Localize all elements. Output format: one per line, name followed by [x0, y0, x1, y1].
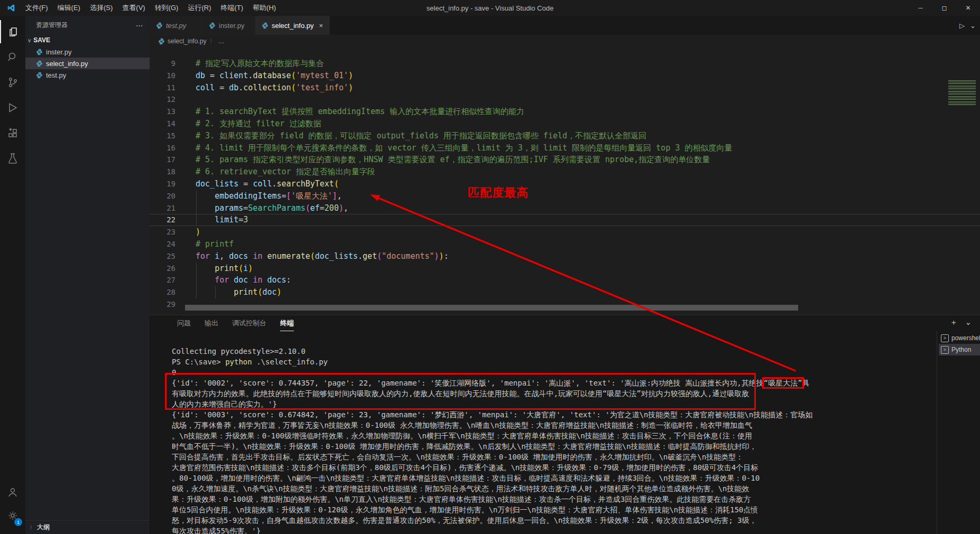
highlighted-term: “吸星大法”	[764, 379, 802, 387]
token: ,	[344, 203, 348, 213]
file-item-select_info-py[interactable]: select_info.py	[25, 58, 150, 69]
tab-label: inster.py	[219, 22, 244, 30]
token: doc_lists	[315, 251, 358, 261]
terminal-instance-Python[interactable]: >Python	[939, 344, 980, 355]
code-line: 16# 4. limit 用于限制每个单元搜索条件的条数，如 vector 传入…	[150, 142, 980, 154]
file-item-inster-py[interactable]: inster.py	[25, 46, 150, 58]
folder-section-save[interactable]: ∨ SAVE	[25, 34, 150, 46]
file-name: inster.py	[46, 48, 71, 56]
indent-guide	[215, 286, 216, 298]
editor-region: test.pyinster.pyselect_info.py× ▷ ⌄ sele…	[150, 16, 980, 315]
token: in	[253, 275, 262, 285]
token: for	[215, 275, 229, 285]
token: db	[196, 71, 205, 80]
menu-item[interactable]: 选择(S)	[85, 4, 117, 12]
source-control-icon[interactable]	[0, 71, 25, 94]
token: (	[310, 251, 315, 261]
code-text: db = client.database('mytest_01')	[188, 70, 353, 82]
menu-item[interactable]: 终端(T)	[216, 4, 248, 12]
terminal-dropdown-chevron-icon[interactable]: ⌄	[965, 317, 972, 327]
outline-section[interactable]: 〉 大纲	[25, 520, 150, 534]
tab-label: test.py	[166, 22, 186, 30]
tab-close-icon[interactable]: ×	[319, 22, 323, 30]
code-text	[188, 93, 196, 106]
token: 大唐官府范围伤害技能\n技能描述：攻击多个目标(前期3个，80级后可攻击4个目标…	[172, 463, 758, 472]
minimize-icon[interactable]: ─	[909, 0, 932, 16]
accounts-icon[interactable]	[0, 481, 25, 504]
run-python-file-icon[interactable]: ▷	[959, 22, 965, 30]
settings-badge: 1	[14, 518, 22, 526]
menu-item[interactable]: 查看(V)	[117, 4, 150, 12]
panel-tab-调试控制台[interactable]: 调试控制台	[232, 318, 266, 331]
breadcrumb-file: select_info.py	[168, 38, 206, 45]
code-editor[interactable]: 9# 指定写入原始文本的数据库与集合10db = client.database…	[150, 48, 980, 315]
terminal-line: 单位5回合内使用。\n技能效果：升级效果：0-120级，永久增加角色的气血，增加…	[172, 504, 933, 515]
run-dropdown-chevron-icon[interactable]: ⌄	[970, 22, 976, 30]
menu-item[interactable]: 转到(G)	[150, 4, 183, 12]
token: limit	[215, 215, 238, 224]
line-number: 24	[150, 238, 188, 250]
editor-tab-test-py[interactable]: test.py	[150, 16, 202, 35]
token: ,	[219, 251, 229, 261]
more-actions-icon[interactable]: ⋯	[136, 21, 143, 30]
python-icon	[156, 22, 163, 29]
close-icon[interactable]: ✕	[956, 0, 980, 16]
editor-tab-select_info-py[interactable]: select_info.py×	[255, 16, 330, 35]
menu-item[interactable]: 编辑(E)	[53, 4, 85, 12]
token: # 2. 支持通过 filter 过滤数据	[196, 119, 321, 128]
token: (	[334, 179, 339, 189]
token: 。80-100级，增加使用时的伤害。\n翩鸿一击\n技能类型：大唐官府单体增益技…	[172, 474, 760, 482]
token: 果：升级效果：0-100级，增加附加的额外伤害。\n单刀直入\n技能类型：大唐官…	[172, 495, 751, 503]
extensions-icon[interactable]	[0, 121, 25, 145]
menu-item[interactable]: 运行(R)	[183, 4, 216, 12]
panel-actions: ＋ ⌄	[949, 317, 972, 327]
explorer-icon[interactable]	[0, 20, 26, 43]
run-debug-icon[interactable]	[0, 96, 25, 119]
maximize-icon[interactable]: ◻	[932, 0, 956, 16]
explorer-sidebar: 资源管理器 ⋯ ∨ SAVE inster.pyselect_info.pyte…	[25, 16, 150, 534]
tab-label: select_info.py	[272, 22, 314, 30]
new-terminal-icon[interactable]: ＋	[949, 317, 957, 327]
terminal-output[interactable]: Collecting pycodestyle>=2.10.0PS C:\save…	[172, 346, 933, 534]
token: (	[377, 251, 382, 261]
panel-tabs: 问题输出调试控制台终端	[177, 318, 294, 331]
terminal-instance-powershell[interactable]: >powershell	[939, 332, 980, 344]
token: =	[238, 215, 243, 224]
token: # 1. searchByText 提供按照 embeddingItems 输入…	[196, 107, 524, 116]
token: ef	[310, 203, 320, 213]
menu-item[interactable]: 帮助(H)	[248, 4, 281, 12]
line-number: 17	[150, 154, 188, 166]
token	[196, 215, 215, 224]
minimap[interactable]	[948, 80, 976, 106]
chevron-right-icon: 〉	[30, 524, 35, 531]
terminal-instance-label: powershell	[951, 334, 980, 342]
token: 下回合提高伤害，首先出手攻击目标。后发状态下死亡，会自动复活一次。\n技能效果：…	[172, 453, 743, 461]
token: print	[234, 287, 257, 297]
token: docs	[267, 275, 286, 285]
token: {'id': '0003', 'score': 0.674842, 'page'…	[172, 410, 812, 419]
token: 怒，对目标发动5-9次攻击，自身气血越低攻击次数越多。伤害是普通攻击的50%，无…	[172, 516, 756, 524]
code-line: 11coll = db.collection('test_info')	[150, 82, 980, 94]
file-item-test-py[interactable]: test.py	[25, 69, 150, 81]
panel-tab-终端[interactable]: 终端	[280, 318, 294, 331]
editor-tab-inster-py[interactable]: inster.py	[202, 16, 255, 35]
terminal-instance-label: Python	[951, 346, 971, 353]
editor-horizontal-scrollbar[interactable]	[185, 305, 798, 311]
token: =	[205, 71, 219, 80]
search-icon[interactable]	[0, 45, 25, 69]
panel-tab-问题[interactable]: 问题	[177, 318, 191, 331]
terminal-line: Collecting pycodestyle>=2.10.0	[172, 346, 933, 357]
breadcrumb[interactable]: select_info.py 〉 …	[150, 35, 980, 48]
settings-gear-icon[interactable]: 1	[0, 504, 25, 527]
python-icon	[158, 38, 165, 45]
file-name: select_info.py	[46, 60, 88, 68]
code-line: 27 for doc in docs:	[150, 274, 980, 286]
token: 人的内力来增强自己的实力。'}	[172, 400, 277, 408]
python-icon	[36, 72, 43, 79]
panel-tab-输出[interactable]: 输出	[205, 318, 218, 331]
terminal-prompt-icon: >	[941, 346, 949, 354]
token: params	[215, 203, 243, 213]
testing-icon[interactable]	[0, 147, 25, 170]
menu-item[interactable]: 文件(F)	[21, 4, 53, 12]
token: # printf	[196, 239, 234, 249]
